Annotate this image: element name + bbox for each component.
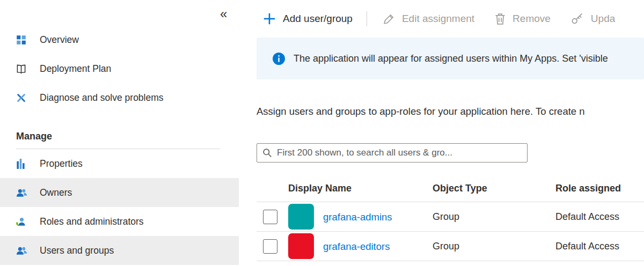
sidebar: « Overview Deployment Plan	[0, 0, 247, 266]
sidebar-item-users-and-groups[interactable]: Users and groups	[0, 236, 239, 265]
info-icon	[273, 53, 285, 65]
sidebar-item-label: Deployment Plan	[40, 63, 111, 75]
remove-label: Remove	[513, 13, 551, 25]
search-box	[257, 143, 528, 162]
sidebar-item-deployment-plan[interactable]: Deployment Plan	[0, 54, 239, 83]
command-bar: Add user/group Edit assignment	[263, 5, 644, 32]
pencil-icon	[383, 13, 395, 25]
sidebar-item-owners[interactable]: Owners	[0, 178, 239, 207]
sidebar-item-label: Properties	[40, 158, 83, 169]
sidebar-item-roles-administrators[interactable]: Roles and administrators	[0, 207, 239, 236]
sidebar-item-label: Diagnose and solve problems	[40, 92, 164, 104]
sidebar-section-manage: Manage	[0, 112, 239, 149]
add-user-group-label: Add user/group	[283, 13, 353, 25]
sidebar-item-properties[interactable]: Properties	[0, 149, 239, 178]
column-header-display-name: Display Name	[288, 174, 352, 202]
info-banner: The application will appear for assigned…	[257, 38, 644, 79]
sidebar-item-label: Users and groups	[40, 245, 114, 256]
group-avatar	[288, 204, 314, 230]
role-assigned-cell: Default Access	[555, 202, 619, 232]
row-checkbox[interactable]	[263, 239, 277, 254]
column-header-role-assigned: Role assigned	[555, 174, 621, 202]
person-wrench-icon	[16, 217, 32, 226]
edit-assignment-label: Edit assignment	[402, 13, 474, 25]
table-row[interactable]: grafana-editors Group Default Access	[257, 232, 644, 261]
remove-button[interactable]: Remove	[495, 13, 551, 25]
trash-icon	[495, 13, 506, 25]
tools-icon	[16, 93, 32, 103]
table-row[interactable]: grafana-admins Group Default Access	[257, 202, 644, 232]
page-description: Assign users and groups to app-roles for…	[257, 106, 644, 117]
info-banner-text: The application will appear for assigned…	[294, 53, 608, 64]
assignments-table: Display Name Object Type Role assigned g…	[257, 174, 644, 261]
update-credentials-button[interactable]: Upda	[571, 13, 615, 25]
sidebar-item-label: Overview	[40, 34, 79, 46]
sidebar-item-overview[interactable]: Overview	[0, 25, 239, 54]
update-credentials-label: Upda	[591, 13, 615, 25]
bars-icon	[16, 159, 32, 169]
object-type-cell: Group	[433, 202, 459, 232]
group-avatar	[288, 233, 314, 259]
group-name-link[interactable]: grafana-admins	[323, 202, 392, 232]
object-type-cell: Group	[433, 232, 459, 261]
group-name-link[interactable]: grafana-editors	[323, 232, 390, 261]
sidebar-nav: Overview Deployment Plan Diagnose and so…	[0, 25, 239, 265]
search-input[interactable]	[277, 147, 522, 158]
sidebar-item-label: Roles and administrators	[40, 216, 144, 227]
people-icon	[16, 188, 32, 197]
row-checkbox[interactable]	[263, 210, 277, 224]
search-icon	[262, 148, 272, 158]
column-header-object-type: Object Type	[433, 174, 487, 202]
role-assigned-cell: Default Access	[555, 232, 619, 261]
edit-assignment-button[interactable]: Edit assignment	[383, 13, 474, 25]
people-icon	[16, 246, 32, 255]
sidebar-item-label: Owners	[40, 187, 72, 198]
plus-icon	[263, 12, 276, 25]
key-icon	[571, 13, 584, 25]
sidebar-item-diagnose[interactable]: Diagnose and solve problems	[0, 83, 239, 112]
main-content: Add user/group Edit assignment	[257, 0, 644, 266]
toolbar-divider	[367, 11, 367, 26]
book-icon	[16, 64, 32, 74]
table-header-row: Display Name Object Type Role assigned	[257, 174, 644, 202]
sidebar-collapse-button[interactable]: «	[220, 6, 227, 21]
add-user-group-button[interactable]: Add user/group	[263, 12, 353, 25]
grid-icon	[16, 35, 32, 45]
